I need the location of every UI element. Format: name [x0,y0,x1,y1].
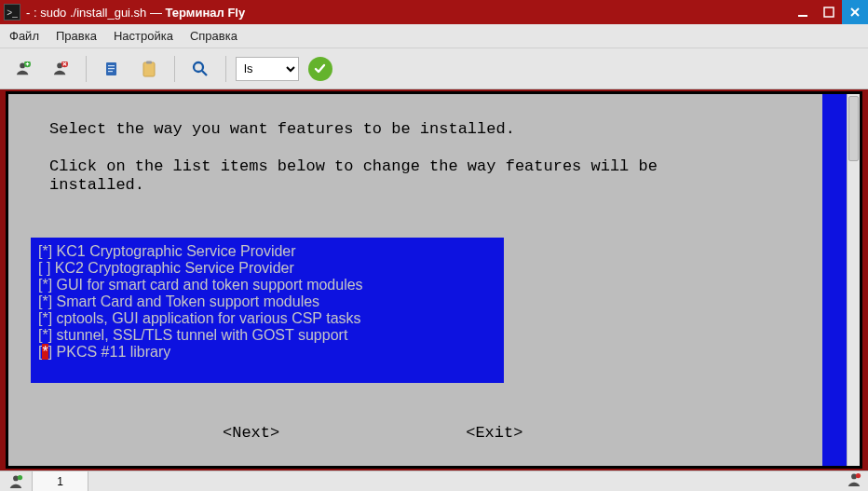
next-button[interactable]: <Next> [223,424,279,442]
scrollbar-thumb[interactable] [848,96,859,161]
svg-rect-12 [143,62,155,76]
terminal-tab-1[interactable]: 1 [33,471,88,492]
person-plus-icon [15,61,32,76]
list-item[interactable]: [*] cptools, GUI application for various… [38,310,491,327]
window-title-app: Терминал Fly [166,6,246,20]
tui-line-1: Select the way you want features to be i… [49,120,515,138]
svg-point-17 [18,474,22,479]
list-item[interactable]: [*] GUI for smart card and token support… [38,277,491,293]
svg-point-14 [194,62,203,72]
terminal-viewport[interactable]: Select the way you want features to be i… [8,94,822,466]
run-button[interactable] [308,57,332,81]
clipboard-icon [140,60,158,78]
toolbar-separator-3 [225,56,226,82]
maximize-icon [823,7,834,18]
tui-line-3: installed. [49,176,144,194]
toolbar-separator-2 [174,56,175,82]
menu-edit[interactable]: Правка [56,29,97,43]
selected-mark: * [42,344,47,360]
terminal-area: Select the way you want features to be i… [6,91,862,469]
tui-text: Select the way you want features to be i… [8,94,822,221]
remove-user-button[interactable] [45,55,76,83]
paste-button[interactable] [133,55,165,83]
svg-rect-10 [108,68,115,69]
list-item[interactable]: [*] PKCS #11 library [38,344,491,361]
list-item[interactable]: [*] Smart Card and Token support modules [38,293,491,310]
close-button[interactable] [842,0,868,24]
svg-rect-13 [146,61,152,63]
minimize-icon [797,7,808,18]
status-user-icon-right[interactable] [846,472,868,490]
copy-button[interactable] [96,55,128,83]
search-icon [191,60,210,78]
tab-number: 1 [57,475,63,488]
person-alert-icon [846,472,862,487]
svg-rect-0 [798,15,807,17]
tui-line-2: Click on the list items below to change … [49,157,658,175]
svg-rect-11 [108,71,113,72]
window-controls [790,0,868,24]
tui-right-border [822,94,847,466]
command-select[interactable]: ls [236,57,299,81]
search-button[interactable] [184,55,216,83]
toolbar-separator [86,56,87,82]
status-user-icon-left[interactable] [0,471,33,492]
status-bar: 1 [0,471,868,491]
list-item[interactable]: [*] KC1 Cryptographic Service Provider [38,243,491,260]
check-icon [314,62,327,75]
window-title-prefix: - : sudo ./install_gui.sh — [26,6,166,20]
svg-rect-9 [108,65,115,66]
person-x-icon [52,61,69,76]
svg-rect-1 [824,7,834,17]
list-item[interactable]: [ ] KC2 Cryptographic Service Provider [38,260,491,277]
window-title: - : sudo ./install_gui.sh — Терминал Fly [26,6,245,20]
window-titlebar: >_ - : sudo ./install_gui.sh — Терминал … [0,0,868,24]
add-user-button[interactable] [7,55,39,83]
tui-nav: <Next> <Exit> [8,424,822,442]
close-icon [849,7,861,18]
person-icon [7,474,24,489]
svg-point-19 [856,473,861,478]
exit-button[interactable]: <Exit> [466,424,522,442]
svg-line-15 [202,71,207,75]
menu-file[interactable]: Файл [9,29,39,43]
feature-list: [*] KC1 Cryptographic Service Provider [… [31,238,504,383]
maximize-button[interactable] [816,0,842,24]
menu-help[interactable]: Справка [190,29,237,43]
menu-settings[interactable]: Настройка [114,29,173,43]
minimize-button[interactable] [790,0,816,24]
copy-icon [102,60,121,78]
menu-bar: Файл Правка Настройка Справка [0,24,868,48]
terminal-scrollbar[interactable] [847,94,860,466]
list-item[interactable]: [*] stunnel, SSL/TLS tunnel with GOST su… [38,327,491,344]
toolbar: ls [0,48,868,89]
terminal-icon: >_ [4,4,20,20]
